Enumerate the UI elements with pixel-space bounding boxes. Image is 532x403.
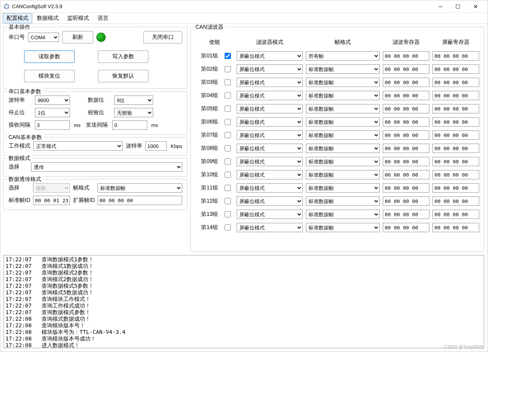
filter-enable-checkbox[interactable] (225, 79, 231, 85)
mask-reg-input[interactable] (433, 223, 479, 232)
filter-reg-input[interactable] (383, 130, 429, 140)
filter-reg-input[interactable] (383, 91, 429, 100)
filter-fmt-select[interactable]: 标准数据帧 (306, 91, 380, 100)
filter-mode-select[interactable]: 屏蔽位模式 (237, 144, 303, 153)
filter-reg-input[interactable] (383, 223, 429, 232)
databits-select[interactable]: 8位 (114, 96, 153, 105)
log-line[interactable]: 17:22:07 查询模式2数据成功！ (5, 276, 482, 283)
mask-reg-input[interactable] (433, 78, 479, 87)
filter-reg-input[interactable] (383, 51, 429, 61)
restore-default-button[interactable]: 恢复默认 (98, 70, 148, 82)
filter-mode-select[interactable]: 屏蔽位模式 (237, 78, 303, 87)
mask-reg-input[interactable] (433, 117, 479, 127)
log-line[interactable]: 17:22:07 查询数据模式5参数！ (5, 283, 482, 289)
mask-reg-input[interactable] (433, 157, 479, 166)
mask-reg-input[interactable] (433, 210, 479, 219)
log-line[interactable]: 17:22:07 查询数据模式参数！ (5, 309, 482, 316)
filter-mode-select[interactable]: 屏蔽位模式 (237, 223, 303, 232)
filter-enable-checkbox[interactable] (225, 92, 231, 99)
filter-fmt-select[interactable]: 所有帧 (306, 51, 380, 61)
mask-reg-input[interactable] (433, 91, 479, 100)
minimize-button[interactable]: ─ (432, 1, 449, 12)
filter-reg-input[interactable] (383, 64, 429, 74)
filter-reg-input[interactable] (383, 183, 429, 193)
baud-select[interactable]: 9600 (35, 96, 70, 105)
can-mode-select[interactable]: 正常模式 (33, 141, 123, 151)
rx-interval-input[interactable] (35, 120, 70, 130)
filter-mode-select[interactable]: 屏蔽位模式 (237, 64, 303, 74)
filter-fmt-select[interactable]: 标准数据帧 (306, 64, 380, 74)
filter-enable-checkbox[interactable] (225, 172, 231, 178)
parity-select[interactable]: 无校验 (114, 108, 153, 117)
filter-enable-checkbox[interactable] (225, 198, 231, 204)
log-line[interactable]: 17:22:07 查询模块工作模式！ (5, 296, 482, 302)
filter-fmt-select[interactable]: 标准数据帧 (306, 223, 380, 232)
filter-mode-select[interactable]: 屏蔽位模式 (237, 51, 303, 61)
menu-item-0[interactable]: 配置模式 (3, 13, 32, 23)
can-baud-input[interactable] (145, 141, 167, 151)
filter-fmt-select[interactable]: 标准数据帧 (306, 210, 380, 219)
log-line[interactable]: 17:22:07 查询模式5数据成功！ (5, 289, 482, 296)
port-select[interactable]: COM4 (28, 33, 59, 42)
filter-fmt-select[interactable]: 标准数据帧 (306, 196, 380, 206)
filter-mode-select[interactable]: 屏蔽位模式 (237, 117, 303, 127)
mask-reg-input[interactable] (433, 51, 479, 61)
mask-reg-input[interactable] (433, 104, 479, 113)
filter-mode-select[interactable]: 屏蔽位模式 (237, 196, 303, 206)
log-line[interactable]: 17:22:08 查询模块版本号！ (5, 322, 482, 329)
close-port-button[interactable]: 关闭串口 (143, 31, 182, 43)
mask-reg-input[interactable] (433, 183, 479, 193)
refresh-button[interactable]: 刷新 (62, 31, 93, 43)
module-reset-button[interactable]: 模块复位 (24, 70, 75, 82)
menu-item-3[interactable]: 语言 (94, 13, 112, 23)
mask-reg-input[interactable] (433, 144, 479, 153)
close-button[interactable]: ✕ (467, 1, 484, 12)
tp-framefmt-select[interactable]: 标准数据帧 (98, 183, 182, 193)
mask-reg-input[interactable] (433, 196, 479, 206)
log-line[interactable]: 17:22:07 查询模式1数据成功！ (5, 263, 482, 269)
filter-reg-input[interactable] (383, 144, 429, 153)
filter-reg-input[interactable] (383, 170, 429, 179)
tp-stdid-input[interactable] (33, 196, 70, 205)
filter-reg-input[interactable] (383, 157, 429, 166)
menu-item-2[interactable]: 监听模式 (63, 13, 93, 23)
filter-mode-select[interactable]: 屏蔽位模式 (237, 130, 303, 140)
filter-reg-input[interactable] (383, 117, 429, 127)
data-mode-select[interactable]: 透传 (31, 162, 182, 172)
filter-enable-checkbox[interactable] (225, 185, 231, 191)
filter-fmt-select[interactable]: 标准数据帧 (306, 78, 380, 87)
filter-enable-checkbox[interactable] (225, 53, 231, 59)
mask-reg-input[interactable] (433, 170, 479, 179)
log-panel[interactable]: 17:22:07 查询数据模式1参数！17:22:07 查询模式1数据成功！17… (3, 255, 484, 348)
menu-item-1[interactable]: 数据模式 (33, 13, 63, 23)
filter-fmt-select[interactable]: 标准数据帧 (306, 144, 380, 153)
mask-reg-input[interactable] (433, 130, 479, 140)
filter-fmt-select[interactable]: 标准数据帧 (306, 170, 380, 179)
tp-extid-input[interactable] (98, 196, 182, 205)
filter-mode-select[interactable]: 屏蔽位模式 (237, 91, 303, 100)
filter-enable-checkbox[interactable] (225, 119, 231, 125)
maximize-button[interactable]: ☐ (449, 1, 467, 12)
mask-reg-input[interactable] (433, 64, 479, 74)
filter-enable-checkbox[interactable] (225, 132, 231, 138)
filter-fmt-select[interactable]: 标准数据帧 (306, 117, 380, 127)
tx-interval-input[interactable] (112, 120, 147, 130)
filter-mode-select[interactable]: 屏蔽位模式 (237, 157, 303, 166)
filter-enable-checkbox[interactable] (225, 66, 231, 72)
log-line[interactable]: 17:22:08 模块版本号为：TTL-CAN-V4-3.4 (5, 329, 482, 335)
filter-enable-checkbox[interactable] (225, 211, 231, 217)
filter-fmt-select[interactable]: 标准数据帧 (306, 104, 380, 113)
filter-enable-checkbox[interactable] (225, 224, 231, 231)
filter-mode-select[interactable]: 屏蔽位模式 (237, 170, 303, 179)
filter-mode-select[interactable]: 屏蔽位模式 (237, 210, 303, 219)
filter-reg-input[interactable] (383, 104, 429, 113)
log-line[interactable]: 17:22:07 查询工作模式成功！ (5, 302, 482, 309)
filter-enable-checkbox[interactable] (225, 145, 231, 151)
write-params-button[interactable]: 写入参数 (98, 50, 148, 63)
filter-reg-input[interactable] (383, 78, 429, 87)
filter-enable-checkbox[interactable] (225, 158, 231, 165)
log-line[interactable]: 17:22:08 查询模块版本号成功！ (5, 335, 482, 342)
log-line[interactable]: 17:22:07 查询数据模式1参数！ (5, 256, 482, 263)
filter-mode-select[interactable]: 屏蔽位模式 (237, 104, 303, 113)
log-line[interactable]: 17:22:08 进入数据模式！ (5, 342, 482, 348)
